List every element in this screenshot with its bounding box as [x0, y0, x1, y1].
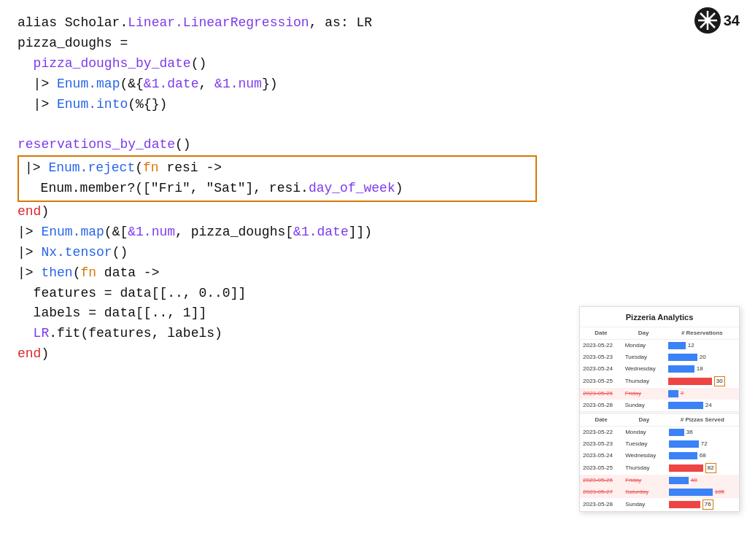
pizza-day: Sunday [622, 498, 666, 511]
reservations-table: Date Day # Reservations 2023-05-22 Monda… [580, 327, 739, 411]
code-line-7: reservations_by_date() [18, 135, 537, 155]
res-val: 20 [665, 351, 739, 363]
code-line-1: alias Scholar.Linear.LinearRegression, a… [18, 13, 537, 34]
res-date: 2023-05-23 [580, 351, 622, 363]
code-line-8: |> Enum.reject(fn resi -> [25, 158, 530, 179]
highlight-box: |> Enum.reject(fn resi -> Enum.member?([… [18, 155, 537, 202]
code-line-4: |> Enum.map(&{&1.date, &1.num}) [18, 74, 537, 95]
pizzas-row: 2023-05-26 Friday 48 [580, 475, 739, 486]
pizza-val: 105 [666, 486, 739, 498]
pizza-day: Wednesday [622, 450, 666, 462]
pizzas-row: 2023-05-28 Sunday 76 [580, 498, 739, 511]
pizza-date: 2023-05-22 [580, 426, 622, 438]
res-date: 2023-05-26 [580, 388, 622, 400]
code-line-14: features = data[[.., 0..0]] [18, 284, 537, 304]
pizzas-table: Date Day # Pizzas Served 2023-05-22 Mond… [580, 414, 739, 511]
code-line-10: end) [18, 202, 537, 222]
pizza-date-col-header: Date [580, 414, 622, 427]
res-day: Tuesday [622, 351, 665, 363]
res-date: 2023-05-22 [580, 339, 622, 351]
reservations-row: 2023-05-26 Friday 7 [580, 388, 739, 400]
code-block: alias Scholar.Linear.LinearRegression, a… [0, 0, 554, 378]
pizza-val: 36 [666, 426, 739, 438]
pizza-date: 2023-05-23 [580, 438, 622, 450]
code-line-15: labels = data[[.., 1]] [18, 303, 537, 324]
reservations-header: # Reservations [665, 327, 739, 340]
code-line-12: |> Nx.tensor() [18, 243, 537, 263]
code-line-5: |> Enum.into(%{}) [18, 95, 537, 115]
res-day: Monday [622, 339, 665, 351]
res-day: Thursday [622, 375, 665, 388]
pizza-day: Tuesday [622, 438, 666, 450]
svg-line-2 [708, 13, 715, 20]
code-line-17: end) [18, 344, 537, 365]
logo-number: 34 [724, 9, 740, 31]
svg-line-8 [700, 13, 708, 20]
pizzas-row: 2023-05-22 Monday 36 [580, 426, 739, 438]
pizza-day: Thursday [622, 462, 666, 475]
reservations-row: 2023-05-25 Thursday 30 [580, 375, 739, 388]
pizza-date: 2023-05-24 [580, 450, 622, 462]
code-line-16: LR.fit(features, labels) [18, 324, 537, 344]
pizza-val: 76 [666, 498, 739, 511]
pizza-date: 2023-05-27 [580, 486, 622, 498]
pizzas-row: 2023-05-23 Tuesday 72 [580, 438, 739, 450]
logo-area: 34 [694, 7, 740, 34]
res-day: Friday [622, 388, 665, 400]
reservations-row: 2023-05-28 Sunday 24 [580, 400, 739, 411]
analytics-panel: Pizzeria Analytics Date Day # Reservatio… [579, 306, 740, 512]
res-val: 24 [665, 400, 739, 411]
res-val: 18 [665, 363, 739, 375]
res-day: Sunday [622, 400, 665, 411]
pizzas-header: # Pizzas Served [666, 414, 739, 427]
pizza-day: Friday [622, 475, 666, 486]
empex-logo-svg [697, 9, 719, 31]
pizza-day: Saturday [622, 486, 666, 498]
code-line-9: Enum.member?(["Fri", "Sat"], resi.day_of… [25, 179, 530, 199]
pizza-val: 48 [666, 475, 739, 486]
pizza-val: 72 [666, 438, 739, 450]
code-line-blank [18, 114, 537, 135]
pizza-day: Monday [622, 426, 666, 438]
code-line-13: |> then(fn data -> [18, 263, 537, 284]
res-date: 2023-05-25 [580, 375, 622, 388]
res-date: 2023-05-28 [580, 400, 622, 411]
res-val: 30 [665, 375, 739, 388]
pizzas-row: 2023-05-24 Wednesday 68 [580, 450, 739, 462]
code-line-2: pizza_doughs = [18, 34, 537, 54]
pizzas-row: 2023-05-25 Thursday 82 [580, 462, 739, 475]
res-date: 2023-05-24 [580, 363, 622, 375]
reservations-row: 2023-05-23 Tuesday 20 [580, 351, 739, 363]
code-line-11: |> Enum.map(&[&1.num, pizza_doughs[&1.da… [18, 222, 537, 243]
res-day: Wednesday [622, 363, 665, 375]
day-col-header: Day [622, 327, 665, 340]
svg-line-6 [700, 20, 708, 28]
pizza-val: 68 [666, 450, 739, 462]
svg-line-4 [708, 20, 715, 28]
date-col-header: Date [580, 327, 622, 340]
pizza-date: 2023-05-28 [580, 498, 622, 511]
pizza-date: 2023-05-25 [580, 462, 622, 475]
pizza-date: 2023-05-26 [580, 475, 622, 486]
res-val: 7 [665, 388, 739, 400]
pizzas-row: 2023-05-27 Saturday 105 [580, 486, 739, 498]
pizza-val: 82 [666, 462, 739, 475]
reservations-row: 2023-05-22 Monday 12 [580, 339, 739, 351]
reservations-row: 2023-05-24 Wednesday 18 [580, 363, 739, 375]
logo-icon [694, 7, 721, 34]
code-line-3: pizza_doughs_by_date() [18, 54, 537, 74]
analytics-title: Pizzeria Analytics [580, 307, 739, 327]
res-val: 12 [665, 339, 739, 351]
pizza-day-col-header: Day [622, 414, 666, 427]
